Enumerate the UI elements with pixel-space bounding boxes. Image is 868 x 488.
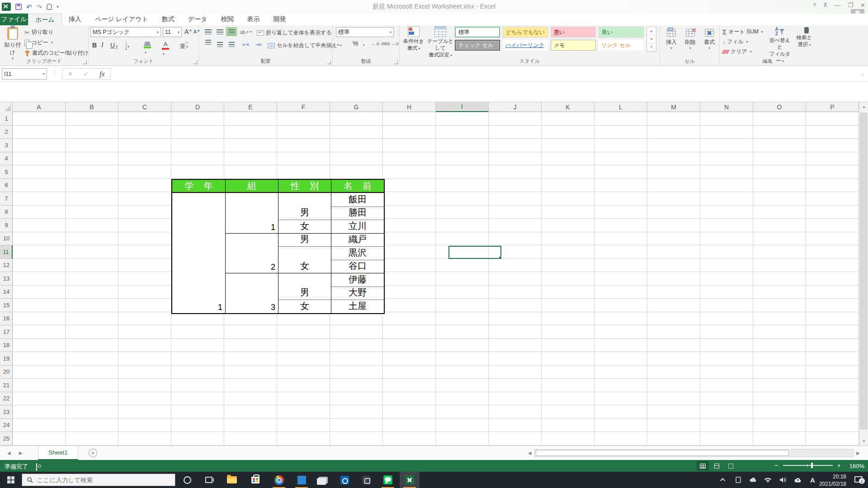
restore-icon[interactable]: ❐ xyxy=(848,2,853,9)
row-header[interactable]: 19 xyxy=(0,352,13,366)
add-sheet-icon[interactable]: + xyxy=(89,449,97,457)
column-header[interactable]: H xyxy=(383,102,436,112)
grow-font-button[interactable]: A▲ xyxy=(184,28,192,35)
clear-button[interactable]: クリア xyxy=(722,48,752,56)
align-middle-button[interactable] xyxy=(214,27,225,36)
find-select-button[interactable]: 検索と選択 ▾ xyxy=(794,27,815,48)
taskbar-task-view[interactable] xyxy=(199,472,219,488)
zoom-slider-thumb[interactable] xyxy=(811,463,813,468)
table-header-grade[interactable]: 学年 xyxy=(172,180,225,193)
cell-gender-m3[interactable]: 男 xyxy=(278,273,331,300)
minimize-icon[interactable]: — xyxy=(835,2,840,9)
row-header[interactable]: 14 xyxy=(0,286,13,299)
taskbar-search[interactable] xyxy=(22,474,175,486)
merge-center-button[interactable]: セルを結合して中央揃え xyxy=(268,42,342,49)
gallery-down-icon[interactable]: ▼ xyxy=(647,35,656,43)
row-header[interactable]: 10 xyxy=(0,232,13,246)
autosum-button[interactable]: オート SUM xyxy=(722,28,763,36)
cell-name[interactable]: 織戸 xyxy=(331,233,384,247)
sheet-nav-right-icon[interactable]: ▶ xyxy=(19,450,23,455)
cell-name[interactable]: 谷口 xyxy=(331,260,384,273)
row-header[interactable]: 6 xyxy=(0,179,13,192)
column-header[interactable]: B xyxy=(66,102,118,112)
page-layout-view-icon[interactable] xyxy=(711,461,723,471)
percent-style-button[interactable]: % xyxy=(353,40,358,47)
style-memo[interactable]: メモ xyxy=(551,40,596,51)
cell-class-1[interactable]: 1 xyxy=(225,193,278,233)
orientation-button[interactable] xyxy=(241,27,251,36)
column-header[interactable]: K xyxy=(542,102,594,112)
cancel-icon[interactable]: ✕ xyxy=(68,70,73,77)
column-header[interactable]: L xyxy=(594,102,647,112)
taskbar-outlook[interactable] xyxy=(335,472,354,488)
column-header[interactable]: C xyxy=(118,102,171,112)
row-header[interactable]: 21 xyxy=(0,379,13,392)
touch-mode-icon[interactable] xyxy=(47,4,52,10)
taskbar-store[interactable] xyxy=(245,472,265,488)
align-right-button[interactable] xyxy=(226,40,237,49)
alignment-dialog-launcher-icon[interactable] xyxy=(327,61,331,64)
row-header[interactable]: 23 xyxy=(0,405,13,419)
row-header[interactable]: 18 xyxy=(0,339,13,352)
help-icon[interactable]: ? xyxy=(813,2,816,9)
phonetic-button[interactable]: 亜 xyxy=(180,42,188,50)
format-painter-button[interactable]: 書式のコピー/貼り付け xyxy=(24,49,89,57)
italic-button[interactable]: I xyxy=(101,42,104,49)
paste-button[interactable]: 貼り付け ▾ xyxy=(4,27,22,61)
zoom-out-icon[interactable]: − xyxy=(774,463,778,468)
selected-cell-I11[interactable] xyxy=(448,246,501,259)
gallery-up-icon[interactable]: ▲ xyxy=(647,27,656,35)
cell-name[interactable]: 勝田 xyxy=(331,206,384,220)
column-header[interactable]: D xyxy=(171,102,224,112)
row-header[interactable]: 22 xyxy=(0,392,13,406)
qat-customize-icon[interactable]: ▾ xyxy=(57,5,59,9)
excel-logo-icon[interactable] xyxy=(2,3,11,11)
column-header[interactable]: O xyxy=(753,102,806,112)
cell-gender-f3[interactable]: 女 xyxy=(278,300,331,313)
cell-name[interactable]: 黒沢 xyxy=(331,246,384,260)
number-format-combo[interactable]: 標準▾ xyxy=(336,27,394,37)
cell-class-3[interactable]: 3 xyxy=(225,273,278,313)
column-header[interactable]: M xyxy=(647,102,700,112)
format-as-table-button[interactable]: テーブルとして書式設定 ▾ xyxy=(427,26,454,58)
row-header[interactable]: 4 xyxy=(0,152,13,166)
ribbon-tab[interactable]: 校閲 xyxy=(214,14,241,25)
column-header[interactable]: G xyxy=(330,102,383,112)
save-icon[interactable] xyxy=(15,4,22,10)
delete-cells-button[interactable]: 削除 ▾ xyxy=(682,29,699,50)
font-color-button[interactable]: A xyxy=(162,41,169,56)
table-header-name[interactable]: 名前 xyxy=(331,180,384,193)
formula-bar-extension[interactable] xyxy=(0,82,868,102)
font-dialog-launcher-icon[interactable] xyxy=(193,61,197,64)
row-header[interactable]: 9 xyxy=(0,219,13,232)
tablet-icon[interactable] xyxy=(731,476,745,483)
column-header[interactable]: I xyxy=(436,102,489,112)
cell-name[interactable]: 土屋 xyxy=(331,300,384,313)
taskbar-dark-app[interactable] xyxy=(356,472,376,488)
align-center-button[interactable] xyxy=(214,40,225,49)
gallery-more-icon[interactable]: ⊽ xyxy=(647,43,656,52)
clipboard-dialog-launcher-icon[interactable] xyxy=(83,61,87,64)
row-header[interactable]: 15 xyxy=(0,299,13,312)
taskbar-cortana[interactable] xyxy=(177,472,197,488)
bold-button[interactable]: B xyxy=(92,42,97,49)
close-icon[interactable]: ✕ xyxy=(860,2,865,9)
row-header[interactable]: 20 xyxy=(0,366,13,379)
align-left-button[interactable] xyxy=(203,40,213,49)
style-normal[interactable]: 標準 xyxy=(455,27,500,38)
cell-grade[interactable]: 1 xyxy=(172,193,225,313)
undo-icon[interactable] xyxy=(26,4,32,10)
cell-name[interactable]: 大野 xyxy=(331,286,384,300)
row-header[interactable]: 7 xyxy=(0,192,13,206)
cell-name[interactable]: 伊藤 xyxy=(331,273,384,286)
style-bad[interactable]: 悪い xyxy=(551,27,596,38)
row-header[interactable]: 17 xyxy=(0,325,13,339)
hscroll-left-icon[interactable]: ◀ xyxy=(528,450,532,455)
insert-cells-button[interactable]: 挿入 ▾ xyxy=(663,29,680,50)
formula-input[interactable] xyxy=(113,68,857,80)
insert-function-icon[interactable]: fx xyxy=(99,70,105,78)
horizontal-scrollbar[interactable]: ◀ ▶ xyxy=(528,448,860,458)
taskbar-vscode[interactable] xyxy=(292,472,311,488)
name-box[interactable]: I11▾ xyxy=(2,68,47,80)
cell-name[interactable]: 立川 xyxy=(331,220,384,233)
